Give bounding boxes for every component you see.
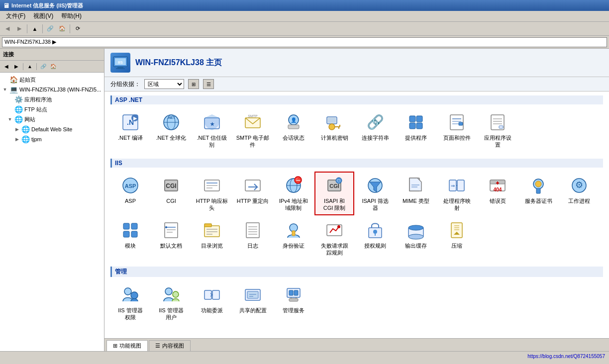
outputcache-icon xyxy=(406,220,426,240)
group-select[interactable]: 区域 类别 不分组 xyxy=(144,79,184,89)
icon-net-trust[interactable]: ★ .NET 信任级别 xyxy=(192,108,232,153)
icon-session[interactable]: 👤 会话状态 xyxy=(274,108,313,153)
icon-delegation[interactable]: 功能委派 xyxy=(192,281,232,325)
svg-point-103 xyxy=(408,225,423,230)
tree-forward-btn[interactable]: ▶ xyxy=(12,62,21,71)
expand-icon-sites: ▼ xyxy=(7,116,13,122)
refresh-button[interactable]: ⟳ xyxy=(72,23,83,34)
icon-mgmt-service[interactable]: 管理服务 xyxy=(274,281,313,325)
icon-mime[interactable]: MIME 类型 xyxy=(396,172,436,216)
tab-content-view[interactable]: ☰ 内容视图 xyxy=(149,340,191,351)
tree-area: 🏠 起始页 ▼ 💻 WIN-FNZI57KLJ38 (WIN-FNZI5... … xyxy=(0,73,104,351)
status-bar: https://blog.csdn.net/Q8724155057 xyxy=(0,351,609,361)
svg-text:.NET: .NET xyxy=(167,116,176,119)
panel-header-title: WIN-FNZI57KLJ38 主页 xyxy=(135,58,222,68)
forward-button[interactable]: ▶ xyxy=(14,23,25,34)
svg-text:⛔: ⛔ xyxy=(295,177,302,183)
icon-errors[interactable]: 404 错误页 xyxy=(478,172,517,216)
menu-help[interactable]: 帮助(H) xyxy=(57,11,86,21)
authz-label: 授权规则 xyxy=(364,242,386,249)
iis-icons-grid: ASP ASP CGI CGI xyxy=(110,172,603,261)
expand-icon-apppool xyxy=(7,96,13,102)
pagecontrols-label: 页面和控件 xyxy=(443,134,471,141)
icon-worker[interactable]: ⚙ 工作进程 xyxy=(559,172,599,216)
svg-rect-76 xyxy=(123,223,129,229)
icon-outputcache[interactable]: 输出缓存 xyxy=(396,216,436,261)
tree-home-btn[interactable]: 🏠 xyxy=(49,62,58,71)
icon-shared-config[interactable]: 共享的配置 xyxy=(233,281,273,325)
icon-dirlist[interactable]: 目录浏览 xyxy=(192,216,232,261)
icon-iis-mgr-users[interactable]: IIS 管理器用户 xyxy=(151,281,191,325)
section-label-manage: 管理 xyxy=(110,267,603,277)
defaultdoc-label: 默认文档 xyxy=(160,242,182,249)
icon-logging[interactable]: 日志 xyxy=(233,216,273,261)
icon-net-global[interactable]: .NET .NET 全球化 xyxy=(151,108,191,153)
main-layout: 连接 ◀ ▶ ▲ 🔗 🏠 🏠 起始页 ▼ 💻 WIN-FNZI57KLJ38 (… xyxy=(0,49,609,351)
menu-view[interactable]: 视图(V) xyxy=(29,11,57,21)
mime-icon xyxy=(406,176,426,195)
icon-isapi-cgi[interactable]: CGI 🛡 ISAPI 和CGI 限制 xyxy=(314,172,354,216)
icon-servercert[interactable]: 服务器证书 xyxy=(518,172,558,216)
tab-feature-view[interactable]: ⊞ 功能视图 xyxy=(106,340,148,351)
svg-point-109 xyxy=(124,288,131,295)
icon-appsettings[interactable]: 应用程序设置 xyxy=(478,108,517,153)
svg-rect-85 xyxy=(204,226,219,237)
svg-rect-90 xyxy=(246,223,259,238)
back-button[interactable]: ◀ xyxy=(2,23,13,34)
tree-item-defaultweb[interactable]: ▶ 🌐 Default Web Site xyxy=(0,124,104,134)
menu-bar: 文件(F) 视图(V) 帮助(H) xyxy=(0,11,609,22)
svg-text:🔗: 🔗 xyxy=(367,114,384,130)
svg-rect-116 xyxy=(247,291,258,298)
icon-defaultdoc[interactable]: 默认文档 xyxy=(151,216,191,261)
icon-auth[interactable]: 身份验证 xyxy=(274,216,313,261)
delegation-label: 功能委派 xyxy=(201,307,223,314)
icon-authz[interactable]: 授权规则 xyxy=(355,216,395,261)
delegation-icon xyxy=(202,285,222,305)
tab-feature-view-label: 功能视图 xyxy=(119,342,141,350)
auth-label: 身份验证 xyxy=(283,242,304,249)
icon-cgi[interactable]: CGI CGI xyxy=(151,172,191,216)
up-button[interactable]: ▲ xyxy=(29,23,40,34)
icon-http-headers[interactable]: HTTP 响应标头 xyxy=(192,172,232,216)
icon-isapi-filter[interactable]: ISAPI 筛选器 xyxy=(355,172,395,216)
home-button[interactable]: 🏠 xyxy=(57,23,68,34)
iis-mgr-users-label: IIS 管理器用户 xyxy=(159,307,184,321)
icon-smtp[interactable]: SMTP SMTP 电子邮件 xyxy=(233,108,273,153)
iis-mgr-perms-label: IIS 管理器权限 xyxy=(118,307,143,321)
svg-point-22 xyxy=(329,124,335,130)
icon-http-redirect[interactable]: HTTP 重定向 xyxy=(233,172,273,216)
view-list-btn[interactable]: ☰ xyxy=(203,79,214,89)
tab-content-view-label: 内容视图 xyxy=(162,342,184,350)
mime-label: MIME 类型 xyxy=(403,197,429,204)
tree-item-apppool[interactable]: ⚙️ 应用程序池 xyxy=(0,94,104,104)
menu-file[interactable]: 文件(F) xyxy=(2,11,29,21)
icon-net-compile[interactable]: .N ▶ .NET 编译 xyxy=(110,108,150,153)
icon-pagecontrols[interactable]: 页面和控件 xyxy=(437,108,477,153)
icon-machinekey[interactable]: 计算机密钥 xyxy=(314,108,354,153)
svg-text:⚙: ⚙ xyxy=(575,180,583,190)
iis-mgr-perms-icon xyxy=(120,285,140,305)
tree-up-btn[interactable]: ▲ xyxy=(25,62,34,71)
icon-modules[interactable]: 模块 xyxy=(110,216,150,261)
tree-connect-btn[interactable]: 🔗 xyxy=(39,62,48,71)
left-panel-toolbar: ◀ ▶ ▲ 🔗 🏠 xyxy=(0,61,104,73)
view-icon-btn[interactable]: ⊞ xyxy=(188,79,199,89)
expand-icon-tjpm: ▶ xyxy=(14,136,20,142)
icon-ipv4[interactable]: ⛔ IPv4 地址和域限制 xyxy=(274,172,313,216)
tree-item-start[interactable]: 🏠 起始页 xyxy=(0,75,104,85)
tree-item-ftp[interactable]: 🌐 FTP 站点 xyxy=(0,104,104,114)
icon-failreq[interactable]: 失败请求跟踪规则 xyxy=(314,216,354,261)
icon-handler[interactable]: ⇒ 处理程序映射 xyxy=(437,172,477,216)
tree-item-sites[interactable]: ▼ 🌐 网站 xyxy=(0,114,104,124)
icon-iis-mgr-perms[interactable]: IIS 管理器权限 xyxy=(110,281,150,325)
icon-connstr[interactable]: 🔗 连接字符串 xyxy=(355,108,395,153)
net-global-icon: .NET xyxy=(161,112,181,132)
icon-compress[interactable]: 压缩 xyxy=(437,216,477,261)
connections-button[interactable]: 🔗 xyxy=(45,23,56,34)
icon-providers[interactable]: 提供程序 xyxy=(396,108,436,153)
tree-item-tjpm[interactable]: ▶ 🌐 tjpm xyxy=(0,134,104,144)
tree-item-server[interactable]: ▼ 💻 WIN-FNZI57KLJ38 (WIN-FNZI5... xyxy=(0,85,104,94)
tree-back-btn[interactable]: ◀ xyxy=(2,62,11,71)
icon-asp[interactable]: ASP ASP xyxy=(110,172,150,216)
isapi-filter-icon xyxy=(365,176,385,195)
